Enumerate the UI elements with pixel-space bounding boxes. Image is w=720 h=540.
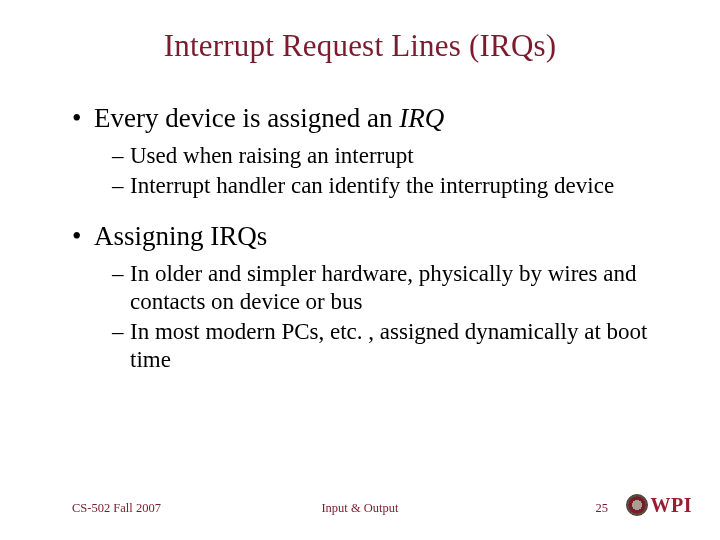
bullet-text: Assigning IRQs (94, 220, 660, 254)
bullet-dash-icon: – (112, 142, 130, 170)
bullet-level1: • Every device is assigned an IRQ (72, 102, 660, 136)
bullet-level2: – In most modern PCs, etc. , assigned dy… (72, 318, 660, 374)
bullet-text-pre: Every device is assigned an (94, 103, 399, 133)
bullet-dot-icon: • (72, 220, 94, 254)
bullet-text-em: IRQ (399, 103, 444, 133)
slide-content: • Every device is assigned an IRQ – Used… (0, 102, 720, 374)
bullet-text-pre: Assigning IRQs (94, 221, 267, 251)
bullet-sub-text: In older and simpler hardware, physicall… (130, 260, 660, 316)
slide-footer: CS-502 Fall 2007 Input & Output 25 WPI (0, 486, 720, 516)
bullet-sub-text: Used when raising an interrupt (130, 142, 660, 170)
footer-page-number: 25 (596, 501, 609, 516)
bullet-level2: – In older and simpler hardware, physica… (72, 260, 660, 316)
bullet-level1: • Assigning IRQs (72, 220, 660, 254)
wpi-seal-icon (626, 494, 648, 516)
bullet-sub-text: Interrupt handler can identify the inter… (130, 172, 660, 200)
bullet-sub-text: In most modern PCs, etc. , assigned dyna… (130, 318, 660, 374)
bullet-level2: – Used when raising an interrupt (72, 142, 660, 170)
slide: Interrupt Request Lines (IRQs) • Every d… (0, 0, 720, 540)
bullet-dot-icon: • (72, 102, 94, 136)
wpi-logo: WPI (626, 492, 693, 518)
bullet-dash-icon: – (112, 172, 130, 200)
wpi-logo-text: WPI (651, 494, 693, 517)
footer-center: Input & Output (0, 501, 720, 516)
bullet-level2: – Interrupt handler can identify the int… (72, 172, 660, 200)
bullet-text: Every device is assigned an IRQ (94, 102, 660, 136)
slide-title: Interrupt Request Lines (IRQs) (0, 0, 720, 82)
bullet-dash-icon: – (112, 260, 130, 316)
bullet-dash-icon: – (112, 318, 130, 374)
